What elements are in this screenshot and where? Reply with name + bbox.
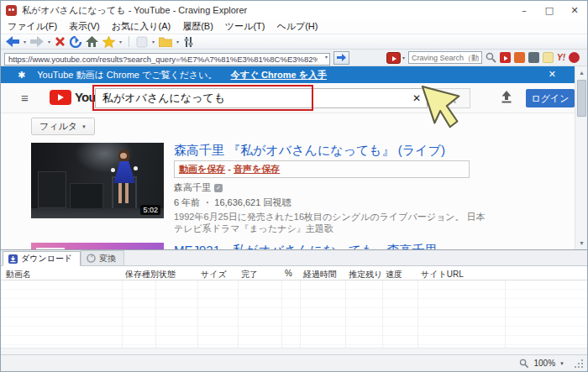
download-list[interactable] (1, 280, 587, 348)
video-2-title-link[interactable]: MEJ921 私がオバさんになっても 森高千里 （1992）190307 vL … (174, 243, 438, 249)
youtube-search-box: ✕ (95, 88, 428, 108)
video-2-info: MEJ921 私がオバさんになっても 森高千里 （1992）190307 vL … (174, 243, 438, 249)
menu-bar: ファイル(F) 表示(V) お気に入り(A) 履歴(B) ツール(T) ヘルプ(… (1, 19, 587, 34)
craving-search-input[interactable] (408, 51, 482, 64)
grid-line (238, 280, 239, 348)
home-icon[interactable] (86, 36, 98, 48)
favicon-yahoo[interactable]: Y! (557, 53, 565, 62)
menu-favorites[interactable]: お気に入り(A) (112, 20, 171, 33)
favicon-site4[interactable] (543, 52, 554, 63)
save-audio-link[interactable]: 音声を保存 (234, 164, 280, 174)
column-size[interactable]: サイズ (201, 269, 227, 280)
page-icon[interactable] (136, 36, 148, 48)
panel-hscrollbar[interactable] (1, 348, 587, 354)
thumbnail-art (38, 171, 66, 208)
thumbnail-art (36, 248, 65, 249)
favicon-youtube[interactable] (500, 52, 511, 63)
url-input[interactable] (4, 53, 330, 65)
back-dropdown-icon[interactable]: ▾ (24, 39, 26, 45)
resize-grip[interactable] (574, 359, 584, 369)
forward-dropdown-icon[interactable]: ▾ (48, 39, 50, 45)
tab-convert[interactable]: 変換 (81, 250, 124, 265)
video-1-info: 森高千里 『私がオバさんになっても』 (ライブ) 動画を保存 - 音声を保存 森… (174, 143, 486, 235)
favorites-dropdown-icon[interactable]: ▾ (119, 39, 122, 45)
tab-download[interactable]: ダウンロード (3, 251, 81, 266)
filter-label: フィルタ (39, 120, 77, 133)
notice-star-icon: ✱ (18, 70, 25, 81)
page-dropdown-icon[interactable]: ▾ (152, 39, 155, 45)
upload-icon[interactable] (500, 91, 513, 107)
grid-line (382, 280, 383, 348)
column-video-name[interactable]: 動画名 (6, 269, 31, 280)
scroll-down-icon[interactable]: ▼ (575, 237, 587, 249)
url-field-wrap: ▾ (4, 50, 330, 65)
zoom-magnifier-icon (519, 359, 529, 369)
video-1-description: 1992年6月25日に発売された16枚目のシングルのライブバージョン。 日本 テ… (174, 212, 486, 235)
menu-file[interactable]: ファイル(F) (8, 20, 57, 33)
youtube-search-input[interactable] (96, 89, 427, 107)
folder-icon[interactable] (159, 36, 172, 47)
youtube-engine-icon[interactable] (386, 52, 401, 64)
engine-dropdown-icon[interactable]: ▾ (402, 55, 405, 60)
grid-line (197, 280, 198, 348)
favicon-site6[interactable] (569, 52, 580, 63)
notice-close-icon[interactable]: ✕ (549, 69, 556, 80)
tab-download-label: ダウンロード (21, 253, 72, 265)
browser-viewport: ✱ YouTube 動画は Chrome でご覧ください。 今すぐ Chrome… (1, 66, 587, 249)
results-area: フィルタ ▼ (1, 113, 575, 249)
scrollbar-thumb[interactable] (577, 80, 586, 117)
favicon-site3[interactable] (528, 52, 539, 63)
panel-tab-bar: ダウンロード 変換 (1, 250, 587, 266)
back-icon[interactable] (6, 36, 19, 47)
go-button[interactable] (333, 51, 349, 65)
folder-dropdown-icon[interactable]: ▾ (176, 39, 179, 45)
window-controls: – □ ✕ (512, 1, 587, 19)
column-remaining[interactable]: 推定残り (349, 269, 382, 280)
zoom-dropdown-icon[interactable]: ▼ (559, 361, 564, 366)
save-video-link[interactable]: 動画を保存 (179, 164, 225, 174)
page-scrollbar[interactable]: ▲ ▼ (575, 66, 587, 249)
scroll-up-icon[interactable]: ▲ (575, 66, 587, 79)
column-speed[interactable]: 速度 (386, 269, 402, 280)
address-bar: ▾ ▾ Y! (1, 50, 587, 66)
zoom-level[interactable]: 100% (533, 359, 555, 368)
youtube-header: ≡ YouTube JP ✕ ログイン (1, 83, 575, 113)
login-button[interactable]: ログイン (526, 89, 575, 107)
close-button[interactable]: ✕ (562, 1, 587, 19)
search-magnifier-icon[interactable] (486, 52, 496, 63)
refresh-icon[interactable] (70, 36, 81, 48)
channel-name-link[interactable]: 森高千里 (174, 181, 211, 194)
tab-convert-label: 変換 (99, 253, 116, 265)
favicon-site2[interactable] (514, 52, 525, 63)
app-icon (6, 5, 17, 16)
favorites-star-icon[interactable] (102, 36, 115, 48)
url-dropdown-icon[interactable]: ▾ (325, 54, 328, 60)
column-status[interactable]: 状態 (159, 269, 176, 280)
menu-tools[interactable]: ツール(T) (225, 20, 265, 33)
menu-help[interactable]: ヘルプ(H) (276, 20, 318, 33)
column-percent[interactable]: % (285, 269, 292, 278)
download-icon (8, 254, 18, 264)
grid-line (122, 280, 123, 348)
search-engine-selector[interactable]: ▾ (386, 52, 405, 64)
video-2-thumbnail[interactable] (31, 243, 164, 249)
app-window: 私がオバさんになっても - YouTube - Craving Explorer… (0, 0, 588, 372)
column-save-type[interactable]: 保存種別 (125, 269, 159, 280)
column-done[interactable]: 完了 (241, 269, 258, 280)
settings-sliders-icon[interactable] (183, 36, 194, 48)
get-chrome-link[interactable]: 今すぐ Chrome を入手 (231, 69, 327, 81)
column-elapsed[interactable]: 経過時間 (303, 269, 337, 280)
filter-button[interactable]: フィルタ ▼ (31, 118, 95, 135)
menu-history[interactable]: 履歴(B) (182, 20, 213, 33)
maximize-button[interactable]: □ (537, 1, 562, 19)
stop-icon[interactable] (55, 36, 66, 47)
forward-icon[interactable] (30, 36, 44, 47)
menu-view[interactable]: 表示(V) (69, 20, 100, 33)
save-links-box: 動画を保存 - 音声を保存 (174, 160, 470, 178)
video-1-thumbnail[interactable]: 5:02 (31, 143, 164, 218)
hamburger-menu-icon[interactable]: ≡ (21, 91, 29, 105)
thumbnail-art (125, 183, 129, 203)
minimize-button[interactable]: – (512, 1, 537, 19)
column-site-url[interactable]: サイトURL (421, 269, 464, 280)
video-1-title-link[interactable]: 森高千里 『私がオバさんになっても』 (ライブ) (174, 143, 486, 157)
